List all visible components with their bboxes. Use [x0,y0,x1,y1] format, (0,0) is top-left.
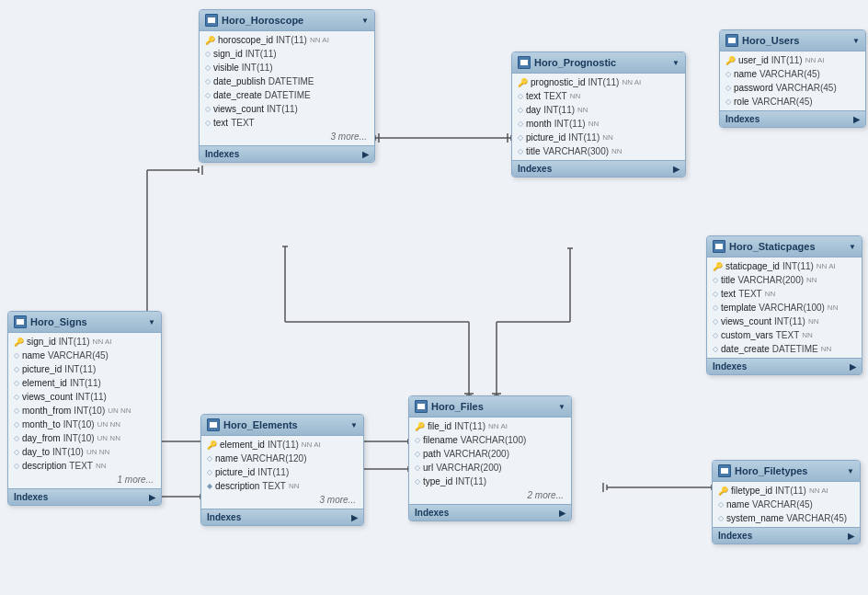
table-row: ◇month_fromINT(10)UN NN [8,404,161,418]
table-row: ◇textTEXTNN [707,287,862,301]
dropdown-arrow[interactable]: ▼ [672,59,680,67]
table-row: 🔑file_idINT(11)NN AI [409,419,571,433]
table-horo-prognostic[interactable]: Horo_Prognostic ▼ 🔑prognostic_idINT(11)N… [511,51,686,177]
table-footer[interactable]: Indexes ▶ [201,509,363,525]
table-header-horo-staticpages: Horo_Staticpages ▼ [707,236,862,257]
fk-icon: ◇ [205,91,211,99]
fk-icon: ◇ [14,406,19,415]
fk-icon: ◇ [14,365,19,373]
table-row: 🔑element_idINT(11)NN AI [201,438,363,452]
table-row: ◇nameVARCHAR(45) [713,498,860,511]
fk-icon: ◇ [14,379,19,387]
fk-icon: ◇ [14,351,19,360]
dropdown-arrow[interactable]: ▼ [849,243,856,251]
table-name: Horo_Elements [223,419,298,430]
table-body: 🔑file_idINT(11)NN AI ◇filenameVARCHAR(10… [409,418,571,504]
more-rows-text: 2 more... [409,488,571,502]
pk-icon: 🔑 [518,78,528,87]
table-footer[interactable]: Indexes ▶ [200,145,374,162]
table-row: ◇titleVARCHAR(200)NN [707,273,862,287]
table-row: ◇visibleINT(11) [200,61,374,74]
pk-icon: 🔑 [713,262,723,271]
table-row: ◇date_createDATETIME [200,88,374,102]
fk-icon: ◇ [713,345,718,353]
indexes-label: Indexes [713,361,747,372]
fk-icon: ◇ [14,393,19,401]
footer-arrow: ▶ [559,509,565,518]
table-row: ◇month_toINT(10)UN NN [8,418,161,431]
fk-icon: ◇ [207,468,212,476]
table-row: ◇textTEXTNN [512,89,685,103]
table-footer[interactable]: Indexes ▶ [707,358,862,374]
table-row: ◇picture_idINT(11) [8,362,161,376]
table-body: 🔑user_idINT(11)NN AI ◇nameVARCHAR(45) ◇p… [720,51,865,110]
table-row: ◇custom_varsTEXTNN [707,328,862,342]
table-footer[interactable]: Indexes ▶ [8,488,161,505]
diagram-canvas: Horo_Horoscope ▼ 🔑horoscope_idINT(11)NN … [0,0,868,595]
table-icon [14,315,27,328]
fk-icon: ◇ [14,462,19,470]
pk-icon: 🔑 [205,36,215,45]
table-name: Horo_Files [431,401,484,412]
table-icon [207,418,220,431]
pk-icon: 🔑 [725,56,736,65]
table-horo-signs[interactable]: Horo_Signs ▼ 🔑sign_idINT(11)NN AI ◇nameV… [7,311,162,506]
table-body: 🔑element_idINT(11)NN AI ◇nameVARCHAR(120… [201,436,363,509]
indexes-label: Indexes [205,149,239,159]
dropdown-arrow[interactable]: ▼ [361,17,369,25]
table-row: ◇passwordVARCHAR(45) [720,81,865,95]
table-name: Horo_Prognostic [534,57,616,68]
indexes-label: Indexes [207,512,241,522]
fk-icon: ◇ [205,63,211,72]
more-rows-text: 3 more... [200,130,374,143]
table-horo-users[interactable]: Horo_Users ▼ 🔑user_idINT(11)NN AI ◇nameV… [719,29,866,128]
table-row: ◇picture_idINT(11) [201,465,363,479]
indexes-label: Indexes [725,114,760,124]
table-footer[interactable]: Indexes ▶ [512,160,685,177]
table-header-horo-filetypes: Horo_Filetypes ▼ [713,461,860,482]
table-row: ◇element_idINT(11) [8,376,161,390]
table-row: ◇views_countINT(11) [200,102,374,116]
table-horo-elements[interactable]: Horo_Elements ▼ 🔑element_idINT(11)NN AI … [200,414,364,526]
dropdown-arrow[interactable]: ▼ [558,403,565,411]
table-row: ◇views_countINT(11) [8,390,161,404]
fk-icon: ◇ [518,92,523,100]
fk-icon: ◇ [518,106,523,114]
dropdown-arrow[interactable]: ▼ [148,318,155,326]
table-horo-horoscope[interactable]: Horo_Horoscope ▼ 🔑horoscope_idINT(11)NN … [199,9,375,163]
table-name: Horo_Horoscope [222,15,303,26]
table-footer[interactable]: Indexes ▶ [409,504,571,521]
pk-icon: 🔑 [14,338,24,347]
table-icon [415,400,428,413]
indexes-label: Indexes [14,492,48,502]
table-horo-files[interactable]: Horo_Files ▼ 🔑file_idINT(11)NN AI ◇filen… [408,395,572,521]
footer-arrow: ▶ [362,150,369,159]
dropdown-arrow[interactable]: ▼ [852,37,860,45]
dropdown-arrow[interactable]: ▼ [847,467,854,475]
table-row: ◇date_publishDATETIME [200,74,374,88]
table-horo-filetypes[interactable]: Horo_Filetypes ▼ 🔑filetype_idINT(11)NN A… [712,460,861,544]
table-row: ◇dayINT(11)NN [512,103,685,117]
fk-icon: ◇ [518,120,523,128]
footer-arrow: ▶ [673,165,680,174]
fk-icon: ◇ [713,331,718,339]
table-body: 🔑filetype_idINT(11)NN AI ◇nameVARCHAR(45… [713,482,860,527]
table-name: Horo_Filetypes [735,465,807,476]
fk-icon: ◇ [205,119,211,127]
table-row: ◇views_countINT(11)NN [707,315,862,328]
footer-arrow: ▶ [853,115,860,124]
fk-icon: ◇ [518,147,523,155]
fk-icon: ◇ [205,77,211,86]
table-row: ◇nameVARCHAR(45) [8,349,161,362]
table-icon [725,34,738,47]
fk-icon: ◇ [14,420,19,429]
table-footer[interactable]: Indexes ▶ [720,110,865,127]
table-icon [718,464,731,477]
table-footer[interactable]: Indexes ▶ [713,527,860,544]
table-name: Horo_Staticpages [729,241,816,252]
table-body: 🔑sign_idINT(11)NN AI ◇nameVARCHAR(45) ◇p… [8,333,161,488]
table-row: 🔑user_idINT(11)NN AI [720,53,865,67]
table-horo-staticpages[interactable]: Horo_Staticpages ▼ 🔑staticpage_idINT(11)… [706,235,862,375]
more-rows-text: 3 more... [201,493,363,507]
dropdown-arrow[interactable]: ▼ [350,421,358,429]
